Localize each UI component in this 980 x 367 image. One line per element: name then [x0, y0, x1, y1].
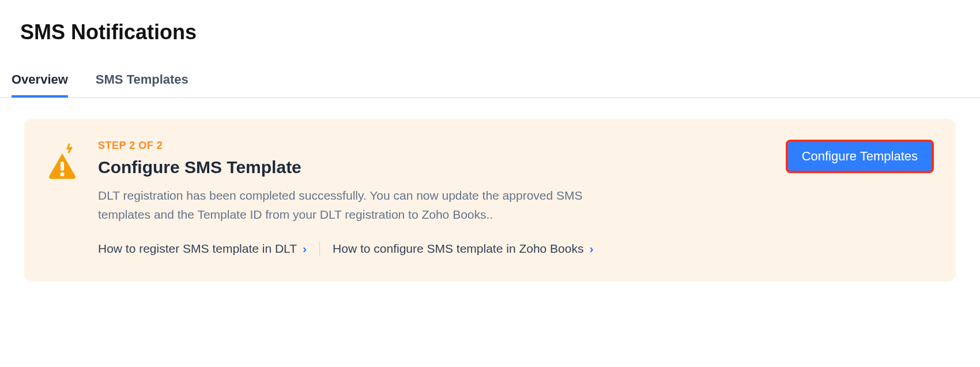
link-label: How to configure SMS template in Zoho Bo…: [333, 242, 583, 256]
page-title: SMS Notifications: [0, 0, 980, 44]
divider: [319, 241, 320, 256]
link-register-dlt[interactable]: How to register SMS template in DLT ›: [98, 242, 307, 256]
configure-templates-button[interactable]: Configure Templates: [786, 140, 934, 173]
link-label: How to register SMS template in DLT: [98, 242, 297, 256]
notice-body: STEP 2 OF 2 Configure SMS Template DLT r…: [98, 140, 766, 256]
notice-description: DLT registration has been completed succ…: [98, 186, 617, 224]
help-links: How to register SMS template in DLT › Ho…: [98, 241, 766, 256]
tab-sms-templates[interactable]: SMS Templates: [96, 72, 189, 98]
notice-card: STEP 2 OF 2 Configure SMS Template DLT r…: [24, 119, 956, 282]
svg-point-1: [61, 173, 65, 177]
notice-heading: Configure SMS Template: [98, 158, 766, 177]
chevron-right-icon: ›: [589, 242, 593, 256]
tab-overview[interactable]: Overview: [12, 72, 68, 98]
chevron-right-icon: ›: [303, 242, 307, 256]
link-configure-zoho[interactable]: How to configure SMS template in Zoho Bo…: [333, 242, 593, 256]
svg-rect-0: [61, 162, 64, 171]
step-label: STEP 2 OF 2: [98, 140, 766, 152]
action-column: Configure Templates: [786, 140, 934, 173]
tabs-bar: Overview SMS Templates: [0, 44, 980, 98]
warning-icon: [46, 140, 78, 181]
